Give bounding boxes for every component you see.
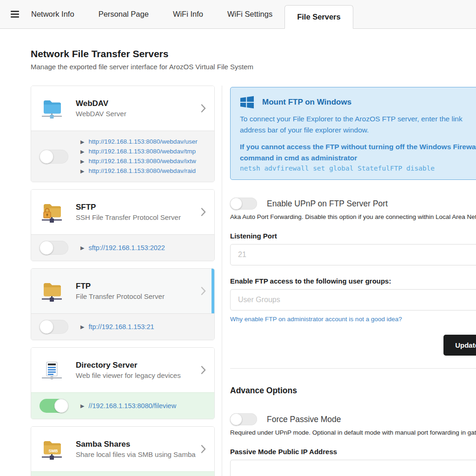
server-name: SFTP [76,203,198,212]
chevron-right-icon [201,287,206,295]
card-webdav: WebDAV WebDAV Server ▶http://192.168.1.1… [31,86,215,182]
listening-port-label: Listening Port [230,232,476,240]
info-box-warning: command in cmd as administrator [240,152,476,164]
card-webdav-header[interactable]: WebDAV WebDAV Server [31,86,214,131]
webdav-enable-toggle[interactable] [40,150,68,164]
page-title: Network File Transfer Servers [31,48,476,60]
directory-server-url[interactable]: //192.168.1.153:8080/fileview [88,400,176,412]
server-desc: SSH File Transfer Protocol Server [76,213,198,221]
user-groups-input[interactable] [230,289,476,311]
update-button[interactable]: Update [443,335,476,356]
chevron-right-icon [201,104,206,112]
card-sftp-header[interactable]: SFTP SSH File Transfer Protocol Server [31,190,214,234]
samba-folder-icon: SMB [40,438,63,460]
tab-wifi-settings[interactable]: WiFi Settings [215,10,284,19]
force-passive-note: Required under UPnP mode. Optional in de… [230,429,476,436]
caret-right-icon: ▶ [80,322,84,331]
advance-options-title: Advance Options [230,386,476,396]
section-divider [230,368,476,369]
webdav-url[interactable]: http://192.168.1.153:8080/webdav/user [88,137,197,146]
card-ftp-footer: ▶ftp://192.168.1.153:21 [31,313,214,340]
server-desc: Share local files via SMB using Samba [76,450,198,458]
server-desc: WebDAV Server [76,110,198,118]
card-directory-server-header[interactable]: Directory Server Web file viewer for leg… [31,348,214,392]
webdav-url[interactable]: http://192.168.1.153:8080/webdav/raid [88,166,195,176]
info-box-text: address bar of your file explorer window… [240,125,476,136]
server-desc: Web file viewer for legacy devices [76,371,198,379]
info-box-title: Mount FTP on Windows [262,98,351,107]
card-sftp-footer: ▶sftp://192.168.1.153:2022 [31,234,214,261]
info-box-warning: If you cannot access the FTP without tur… [240,141,476,152]
webdav-url[interactable]: http://192.168.1.153:8080/webdav/tmp [88,147,195,156]
webdav-url[interactable]: http://192.168.1.153:8080/webdav/ixtw [88,157,196,166]
server-name: Directory Server [76,361,198,370]
caret-right-icon: ▶ [80,243,84,252]
card-webdav-footer: ▶http://192.168.1.153:8080/webdav/user ▶… [31,131,214,182]
server-name: FTP [76,282,198,291]
caret-right-icon: ▶ [80,166,84,176]
ftp-settings-panel: Mount FTP on Windows To connect your Fil… [222,86,476,476]
menu-icon[interactable] [11,11,19,18]
webdav-folder-network-icon [40,97,63,119]
card-sftp: SFTP SSH File Transfer Protocol Server ▶… [31,189,215,261]
page-subtitle: Manage the exported file server interfac… [31,63,476,71]
server-desc: File Transfer Protocol Server [76,292,198,300]
upnp-note: Aka Auto Port Forwarding. Disable this o… [230,213,476,220]
admin-ftp-warning-link[interactable]: Why enable FTP on administrator account … [230,316,402,323]
caret-right-icon: ▶ [80,401,84,410]
chevron-right-icon [201,445,206,453]
card-ftp: FTP File Transfer Protocol Server ▶ftp:/… [31,268,215,340]
server-name: WebDAV [76,99,198,108]
force-passive-label: Force Passive Mode [267,415,341,424]
card-samba-header[interactable]: SMB Samba Shares Share local files via S… [31,427,214,471]
chevron-right-icon [201,208,206,216]
directory-server-icon [40,359,63,381]
card-samba: SMB Samba Shares Share local files via S… [31,426,215,476]
card-ftp-header[interactable]: FTP File Transfer Protocol Server [31,269,214,313]
ftp-url[interactable]: ftp://192.168.1.153:21 [88,321,154,333]
ftp-folder-network-icon [40,280,63,302]
directory-server-enable-toggle[interactable] [40,399,68,413]
ftp-enable-toggle[interactable] [40,320,68,334]
card-directory-server-footer: ▶//192.168.1.153:8080/fileview [31,392,214,419]
server-list: WebDAV WebDAV Server ▶http://192.168.1.1… [31,86,215,476]
sftp-enable-toggle[interactable] [40,241,68,255]
upnp-toggle[interactable] [230,198,257,210]
server-name: Samba Shares [76,440,198,449]
force-passive-toggle[interactable] [230,413,257,425]
caret-right-icon: ▶ [80,137,84,146]
mount-ftp-info-box: Mount FTP on Windows To connect your Fil… [230,87,476,180]
tab-wifi-info[interactable]: WiFi Info [161,10,215,19]
card-samba-footer [31,471,214,476]
caret-right-icon: ▶ [80,157,84,166]
top-nav: Network Info Personal Page WiFi Info WiF… [0,0,476,29]
tab-personal-page[interactable]: Personal Page [86,10,161,19]
info-box-text: To connect your File Explorer to the Aro… [240,113,476,125]
svg-text:SMB: SMB [49,449,59,453]
sftp-url[interactable]: sftp://192.168.1.153:2022 [88,242,165,254]
user-groups-label: Enable FTP access to the following user … [230,277,476,285]
public-ip-label: Passive Mode Public IP Address [230,448,476,456]
tab-file-servers[interactable]: File Servers [284,5,353,29]
public-ip-input[interactable] [230,460,476,476]
tab-network-info[interactable]: Network Info [19,10,86,19]
windows-logo-icon [240,95,254,109]
listening-port-input[interactable] [230,244,476,265]
caret-right-icon: ▶ [80,147,84,156]
upnp-toggle-label: Enable UPnP on FTP Server Port [267,199,388,209]
sftp-folder-lock-icon [40,201,63,223]
card-directory-server: Directory Server Web file viewer for leg… [31,347,215,419]
firewall-command-text: netsh advfirewall set global StatefulFTP… [240,165,476,172]
chevron-right-icon [201,366,206,374]
